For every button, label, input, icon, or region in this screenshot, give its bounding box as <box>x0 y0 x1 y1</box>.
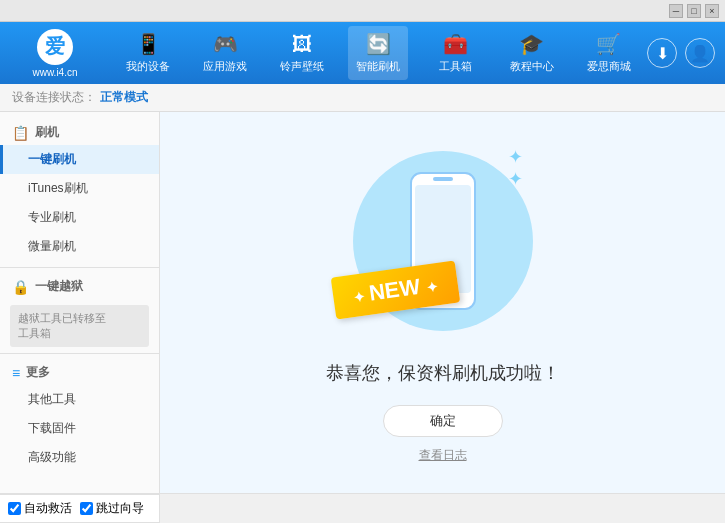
toolbox-icon: 🧰 <box>443 32 468 56</box>
more-section-icon: ≡ <box>12 365 20 381</box>
skip-wizard-label: 跳过向导 <box>96 500 144 517</box>
status-bar: 设备连接状态： 正常模式 <box>0 84 725 112</box>
apps-icon: 🎮 <box>213 32 238 56</box>
checkbox-row: 自动救活 跳过向导 <box>0 494 159 523</box>
more-section-label: 更多 <box>26 364 50 381</box>
wallpaper-icon: 🖼 <box>292 33 312 56</box>
confirm-button[interactable]: 确定 <box>383 405 503 437</box>
title-bar: ─ □ × <box>0 0 725 22</box>
minimize-button[interactable]: ─ <box>669 4 683 18</box>
auto-rescue-label: 自动救活 <box>24 500 72 517</box>
store-icon: 🛒 <box>596 32 621 56</box>
main-layout: 📋 刷机 一键刷机 iTunes刷机 专业刷机 微量刷机 🔒 一键越狱 越狱工具… <box>0 112 725 493</box>
sidebar-item-advanced[interactable]: 高级功能 <box>0 443 159 472</box>
sidebar-section-more: ≡ 更多 <box>0 360 159 385</box>
bottom-section: 自动救活 跳过向导 iPhone 12 mini 64GB Down-12min… <box>0 493 725 523</box>
sidebar-item-pro[interactable]: 专业刷机 <box>0 203 159 232</box>
sidebar-item-micro[interactable]: 微量刷机 <box>0 232 159 261</box>
flash-section-icon: 📋 <box>12 125 29 141</box>
jailbreak-notice-text: 越狱工具已转移至工具箱 <box>18 312 106 339</box>
nav-item-my-device[interactable]: 📱 我的设备 <box>118 26 178 80</box>
svg-rect-3 <box>433 177 453 181</box>
micro-label: 微量刷机 <box>28 239 76 253</box>
other-tools-label: 其他工具 <box>28 392 76 406</box>
logo-area: 爱 www.i4.cn <box>10 29 100 78</box>
nav-items: 📱 我的设备 🎮 应用游戏 🖼 铃声壁纸 🔄 智能刷机 🧰 工具箱 🎓 教程中心… <box>110 26 647 80</box>
new-text: NEW <box>367 274 421 306</box>
restore-log-link[interactable]: 查看日志 <box>419 447 467 464</box>
right-bottom: ⬛ 阻止iTunes运行 V7.98.66 客服 微信公众号 检查更新 <box>160 494 725 523</box>
lock-icon: 🔒 <box>12 279 29 295</box>
nav-item-tutorial[interactable]: 🎓 教程中心 <box>502 26 562 80</box>
tutorial-icon: 🎓 <box>519 32 544 56</box>
phone-illustration: NEW ✦✦ <box>343 141 543 341</box>
nav-item-apps[interactable]: 🎮 应用游戏 <box>195 26 255 80</box>
sidebar-item-one-click[interactable]: 一键刷机 <box>0 145 159 174</box>
top-nav: 爱 www.i4.cn 📱 我的设备 🎮 应用游戏 🖼 铃声壁纸 🔄 智能刷机 … <box>0 22 725 84</box>
close-button[interactable]: × <box>705 4 719 18</box>
download-button[interactable]: ⬇ <box>647 38 677 68</box>
auto-rescue-checkbox[interactable]: 自动救活 <box>8 500 72 517</box>
left-bottom-panel: 自动救活 跳过向导 iPhone 12 mini 64GB Down-12min… <box>0 494 160 523</box>
flash-section-label: 刷机 <box>35 124 59 141</box>
status-label: 设备连接状态： <box>12 89 96 106</box>
sidebar-item-other-tools[interactable]: 其他工具 <box>0 385 159 414</box>
logo-text: www.i4.cn <box>32 67 77 78</box>
one-click-label: 一键刷机 <box>28 152 76 166</box>
sidebar: 📋 刷机 一键刷机 iTunes刷机 专业刷机 微量刷机 🔒 一键越狱 越狱工具… <box>0 112 160 493</box>
auto-rescue-input[interactable] <box>8 502 21 515</box>
pro-label: 专业刷机 <box>28 210 76 224</box>
sidebar-section-flash: 📋 刷机 <box>0 120 159 145</box>
store-label: 爱思商城 <box>587 59 631 74</box>
jailbreak-section-label: 一键越狱 <box>35 278 83 295</box>
logo-icon: 爱 <box>37 29 73 65</box>
advanced-label: 高级功能 <box>28 450 76 464</box>
sparkles-icon: ✦✦ <box>508 146 523 190</box>
sidebar-section-jailbreak: 🔒 一键越狱 <box>0 274 159 299</box>
itunes-label: iTunes刷机 <box>28 181 88 195</box>
nav-item-wallpaper[interactable]: 🖼 铃声壁纸 <box>272 27 332 80</box>
nav-item-store[interactable]: 🛒 爱思商城 <box>579 26 639 80</box>
skip-wizard-checkbox[interactable]: 跳过向导 <box>80 500 144 517</box>
status-value: 正常模式 <box>100 89 148 106</box>
nav-right-buttons: ⬇ 👤 <box>647 38 715 68</box>
sidebar-item-download-fw[interactable]: 下载固件 <box>0 414 159 443</box>
sidebar-divider-1 <box>0 267 159 268</box>
skip-wizard-input[interactable] <box>80 502 93 515</box>
user-button[interactable]: 👤 <box>685 38 715 68</box>
nav-item-smart-flash[interactable]: 🔄 智能刷机 <box>348 26 408 80</box>
my-device-label: 我的设备 <box>126 59 170 74</box>
my-device-icon: 📱 <box>136 32 161 56</box>
apps-label: 应用游戏 <box>203 59 247 74</box>
content-area: NEW ✦✦ 恭喜您，保资料刷机成功啦！ 确定 查看日志 <box>160 112 725 493</box>
success-text: 恭喜您，保资料刷机成功啦！ <box>326 361 560 385</box>
maximize-button[interactable]: □ <box>687 4 701 18</box>
smart-flash-label: 智能刷机 <box>356 59 400 74</box>
logo-symbol: 爱 <box>45 33 65 60</box>
toolbox-label: 工具箱 <box>439 59 472 74</box>
wallpaper-label: 铃声壁纸 <box>280 59 324 74</box>
smart-flash-icon: 🔄 <box>366 32 391 56</box>
sidebar-item-itunes[interactable]: iTunes刷机 <box>0 174 159 203</box>
tutorial-label: 教程中心 <box>510 59 554 74</box>
download-fw-label: 下载固件 <box>28 421 76 435</box>
sidebar-divider-2 <box>0 353 159 354</box>
nav-item-toolbox[interactable]: 🧰 工具箱 <box>425 26 485 80</box>
jailbreak-notice: 越狱工具已转移至工具箱 <box>10 305 149 347</box>
window-controls[interactable]: ─ □ × <box>669 4 719 18</box>
